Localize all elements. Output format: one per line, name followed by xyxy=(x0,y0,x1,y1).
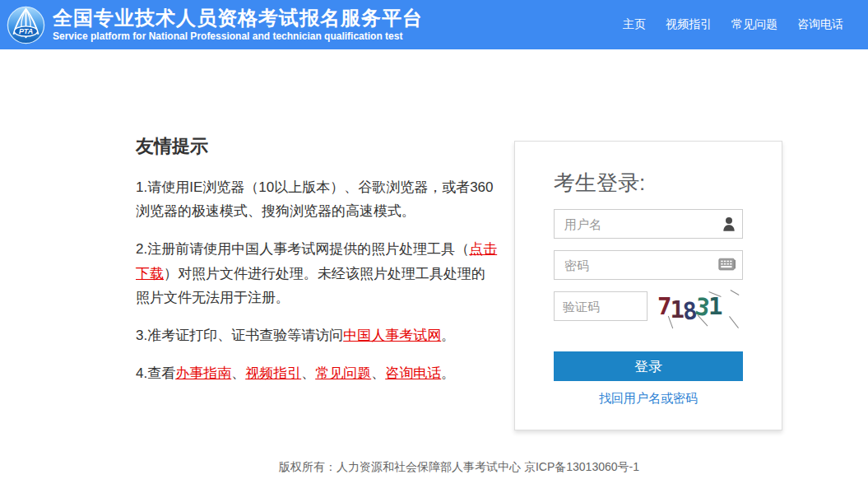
login-button[interactable]: 登录 xyxy=(554,351,743,381)
faq-link[interactable]: 常见问题 xyxy=(315,365,371,381)
username-field xyxy=(554,209,743,239)
header-nav: 主页 视频指引 常见问题 咨询电话 xyxy=(623,17,843,32)
site-title: 全国专业技术人员资格考试报名服务平台 xyxy=(53,7,423,30)
forgot-credentials-link[interactable]: 找回用户名或密码 xyxy=(554,391,743,407)
footer: 版权所有：人力资源和社会保障部人事考试中心 京ICP备13013060号-1 xyxy=(136,460,782,475)
captcha-digit: 1 xyxy=(708,292,721,320)
video-guide-link[interactable]: 视频指引 xyxy=(245,365,301,381)
consult-phone-link[interactable]: 咨询电话 xyxy=(385,365,441,381)
tips-section: 友情提示 1.请使用IE浏览器（10以上版本）、谷歌浏览器，或者360浏览器的极… xyxy=(136,134,498,430)
tips-heading: 友情提示 xyxy=(136,134,498,159)
copyright-text: 版权所有：人力资源和社会保障部人事考试中心 京ICP备13013060号-1 xyxy=(279,460,639,473)
username-input[interactable] xyxy=(554,209,743,239)
captcha-row: 71831 xyxy=(554,291,743,327)
logo-text: PTA xyxy=(19,27,33,35)
password-field xyxy=(554,250,743,280)
nav-home-link[interactable]: 主页 xyxy=(623,17,646,32)
tip-paragraph: 2.注册前请使用中国人事考试网提供的照片处理工具（点击下载）对照片文件进行处理。… xyxy=(136,237,498,309)
title-block: 全国专业技术人员资格考试报名服务平台 Service platform for … xyxy=(53,7,423,43)
tip-paragraph: 4.查看办事指南、视频指引、常见问题、咨询电话。 xyxy=(136,361,498,385)
nav-video-guide-link[interactable]: 视频指引 xyxy=(666,17,712,32)
cpta-website-link[interactable]: 中国人事考试网 xyxy=(343,328,441,343)
nav-consult-phone-link[interactable]: 咨询电话 xyxy=(797,17,843,32)
site-subtitle: Service platform for National Profession… xyxy=(53,31,423,43)
tip-paragraph: 3.准考证打印、证书查验等请访问中国人事考试网。 xyxy=(136,323,498,347)
login-panel: 考生登录: xyxy=(514,141,782,430)
user-icon xyxy=(722,216,736,231)
captcha-image[interactable]: 71831 xyxy=(657,289,743,327)
captcha-noise-line xyxy=(729,316,739,328)
nav-faq-link[interactable]: 常见问题 xyxy=(731,17,777,32)
tip-paragraph: 1.请使用IE浏览器（10以上版本）、谷歌浏览器，或者360浏览器的极速模式、搜… xyxy=(136,175,498,223)
password-input[interactable] xyxy=(554,250,743,280)
tips-list: 1.请使用IE浏览器（10以上版本）、谷歌浏览器，或者360浏览器的极速模式、搜… xyxy=(136,175,498,386)
site-logo-icon[interactable]: PTA xyxy=(7,6,45,44)
captcha-noise-line xyxy=(731,290,740,295)
login-heading: 考生登录: xyxy=(554,169,743,198)
photo-tool-download-link[interactable]: 点击下载 xyxy=(136,241,497,281)
captcha-input[interactable] xyxy=(554,291,648,321)
main-content: 友情提示 1.请使用IE浏览器（10以上版本）、谷歌浏览器，或者360浏览器的极… xyxy=(136,49,782,430)
service-guide-link[interactable]: 办事指南 xyxy=(175,365,231,381)
keyboard-icon xyxy=(718,258,736,272)
header: PTA 全国专业技术人员资格考试报名服务平台 Service platform … xyxy=(0,0,868,49)
captcha-digit: 7 xyxy=(657,292,670,320)
